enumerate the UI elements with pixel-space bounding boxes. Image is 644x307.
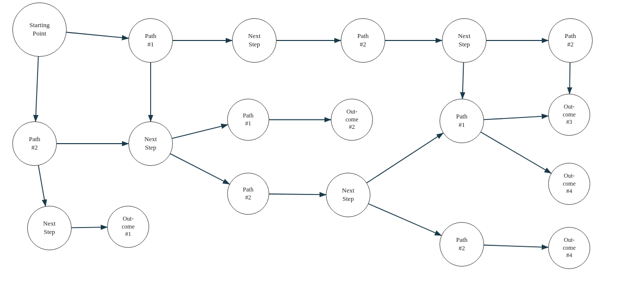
svg-line-2 (36, 56, 39, 122)
node-ns5: NextStep (442, 18, 486, 63)
node-p2_2: Path#2 (227, 173, 269, 215)
svg-line-16 (366, 133, 443, 183)
svg-line-5 (39, 165, 46, 206)
node-oc4b: Out-come#4 (548, 227, 590, 269)
node-p1_1: Path#1 (128, 18, 173, 63)
node-ns2_1: NextStep (27, 206, 72, 250)
flow-diagram: StartingPointPath#1NextStepPath#2NextSte… (0, 0, 644, 307)
svg-line-15 (462, 62, 463, 99)
node-p1_3: Path#1 (440, 99, 484, 143)
node-path2_t: Path#2 (341, 18, 385, 63)
node-start: StartingPoint (12, 2, 67, 57)
svg-line-1 (66, 32, 129, 38)
node-p1_2: Path#1 (227, 99, 269, 141)
node-ns3: NextStep (232, 18, 277, 63)
node-ns4: NextStep (326, 173, 370, 217)
svg-line-21 (483, 245, 549, 248)
svg-line-19 (483, 116, 549, 120)
node-p2_1: Path#2 (12, 121, 57, 166)
node-oc2: Out-come#2 (331, 99, 373, 141)
svg-line-18 (569, 62, 570, 94)
svg-line-20 (481, 132, 552, 173)
svg-line-9 (170, 154, 230, 184)
node-ns1_1: NextStep (128, 121, 173, 166)
arrows-svg (0, 0, 644, 307)
svg-line-12 (269, 194, 326, 194)
node-oc3: Out-come#3 (548, 94, 590, 136)
node-oc4a: Out-come#4 (548, 163, 590, 205)
svg-line-17 (368, 204, 442, 236)
svg-line-6 (71, 227, 108, 228)
node-p2_3: Path#2 (440, 222, 484, 267)
node-path2_r: Path#2 (548, 18, 593, 63)
node-oc1: Out-come#1 (107, 206, 149, 248)
svg-line-8 (172, 124, 228, 138)
